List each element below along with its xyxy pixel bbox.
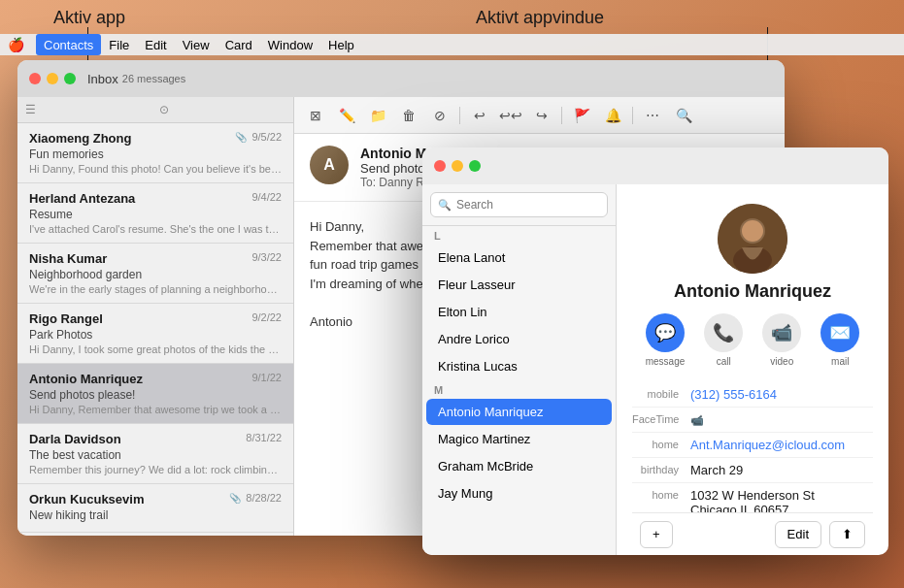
msg-preview-1: I've attached Carol's resume. She's the …: [29, 223, 282, 235]
mobile-value[interactable]: (312) 555-6164: [690, 387, 873, 402]
call-action-label: call: [717, 356, 731, 367]
email-value[interactable]: Ant.Manriquez@icloud.com: [690, 438, 873, 452]
mail-message-1[interactable]: Herland Antezana 9/4/22 Resume I've atta…: [17, 183, 293, 244]
msg-preview-4: Hi Danny, Remember that awesome trip we …: [29, 404, 282, 415]
address-line1: 1032 W Henderson St: [690, 488, 873, 503]
contact-item-elena[interactable]: Elena Lanot: [426, 245, 612, 271]
msg-subject-0: Fun memories: [29, 147, 282, 161]
msg-subject-1: Resume: [29, 208, 282, 221]
contacts-minimize-button[interactable]: [452, 160, 463, 172]
menubar-help[interactable]: Help: [320, 34, 362, 55]
mail-search-bar: ☰ ⊙: [17, 97, 293, 123]
mail-message-2[interactable]: Nisha Kumar 9/3/22 Neighborhood garden W…: [17, 244, 293, 304]
share-contact-button[interactable]: ⬆: [829, 521, 865, 548]
menubar: 🍎 Contacts File Edit View Card Window He…: [0, 34, 904, 55]
toolbar-search-btn[interactable]: 🔍: [670, 103, 697, 128]
contact-detail-panel: Antonio Manriquez 💬 message 📞 call 📹 vid…: [617, 184, 888, 555]
msg-date-0: 📎 9/5/22: [235, 131, 282, 143]
sender-avatar: A: [310, 146, 349, 184]
mail-message-3[interactable]: Rigo Rangel 9/2/22 Park Photos Hi Danny,…: [17, 304, 293, 364]
msg-preview-3: Hi Danny, I took some great photos of th…: [29, 343, 282, 355]
contact-item-fleur[interactable]: Fleur Lasseur: [426, 272, 612, 298]
menubar-file[interactable]: File: [101, 34, 137, 55]
contact-item-antonio[interactable]: Antonio Manriquez: [426, 399, 612, 425]
attachment-icon-6: 📎: [229, 493, 241, 504]
apple-menu[interactable]: 🍎: [8, 37, 24, 52]
menubar-card[interactable]: Card: [218, 34, 260, 55]
section-header-l: L: [422, 226, 616, 244]
toolbar-trash-btn[interactable]: 🗑: [395, 103, 422, 128]
msg-date-6: 📎 8/28/22: [229, 492, 282, 504]
message-icon-circle: 💬: [646, 313, 685, 352]
minimize-button[interactable]: [47, 73, 58, 84]
action-message-btn[interactable]: 💬 message: [646, 313, 686, 367]
contacts-search-area: 🔍: [422, 184, 616, 226]
toolbar-flag-btn[interactable]: 🚩: [568, 103, 595, 128]
msg-subject-2: Neighborhood garden: [29, 268, 282, 281]
toolbar-sep-3: [632, 107, 633, 124]
mail-message-0[interactable]: Xiaomeng Zhong 📎 9/5/22 Fun memories Hi …: [17, 123, 293, 183]
contact-item-jay[interactable]: Jay Mung: [426, 480, 612, 506]
aktiv-app-label: Aktiv app: [53, 8, 125, 28]
msg-sender-4: Antonio Manriquez: [29, 372, 143, 386]
facetime-value[interactable]: 📹: [690, 412, 873, 427]
edit-contact-button[interactable]: Edit: [775, 521, 821, 548]
contact-item-elton[interactable]: Elton Lin: [426, 299, 612, 325]
menubar-view[interactable]: View: [175, 34, 218, 55]
toolbar-archive-btn[interactable]: ⊠: [302, 103, 329, 128]
contact-avatar: [718, 204, 787, 274]
mail-message-4[interactable]: Antonio Manriquez 9/1/22 Send photos ple…: [17, 364, 293, 424]
msg-preview-5: Remember this journey? We did a lot: roc…: [29, 464, 282, 475]
menubar-edit[interactable]: Edit: [137, 34, 174, 55]
toolbar-folder-btn[interactable]: 📁: [364, 103, 391, 128]
birthday-label: birthday: [632, 463, 690, 475]
message-action-label: message: [646, 356, 686, 367]
toolbar-more-btn[interactable]: ⋯: [639, 103, 666, 128]
menubar-contacts[interactable]: Contacts: [36, 34, 101, 55]
toolbar-reply-all-btn[interactable]: ↩↩: [497, 103, 524, 128]
msg-date-2: 9/3/22: [251, 251, 282, 263]
contacts-list-panel: 🔍 L Elena Lanot Fleur Lasseur Elton Lin …: [422, 184, 617, 555]
mail-icon-circle: ✉️: [820, 313, 859, 352]
contact-item-magico[interactable]: Magico Martinez: [426, 426, 612, 452]
contacts-titlebar: [422, 147, 888, 184]
toolbar-reply-btn[interactable]: ↩: [466, 103, 493, 128]
field-birthday: birthday March 29: [632, 458, 873, 483]
menubar-window[interactable]: Window: [260, 34, 320, 55]
action-call-btn[interactable]: 📞 call: [704, 313, 743, 367]
action-video-btn[interactable]: 📹 video: [762, 313, 801, 367]
contact-item-andre[interactable]: Andre Lorico: [426, 326, 612, 352]
msg-preview-2: We're in the early stages of planning a …: [29, 283, 282, 295]
mail-message-6[interactable]: Orkun Kucuksevim 📎 8/28/22 New hiking tr…: [17, 484, 293, 533]
msg-sender-0: Xiaomeng Zhong: [29, 131, 131, 146]
close-button[interactable]: [29, 73, 41, 84]
mail-window-subtitle: 26 messages: [122, 73, 185, 84]
add-contact-button[interactable]: +: [640, 521, 673, 548]
action-mail-btn[interactable]: ✉️ mail: [820, 313, 859, 367]
msg-date-3: 9/2/22: [251, 311, 282, 323]
toolbar-forward-btn[interactable]: ↪: [528, 103, 555, 128]
toolbar-junk-btn[interactable]: ⊘: [426, 103, 453, 128]
address-value: 1032 W Henderson St Chicago IL 60657: [690, 488, 873, 512]
mail-window-title: Inbox: [87, 72, 118, 86]
search-icon: 🔍: [438, 199, 452, 212]
toolbar-sep-2: [561, 107, 562, 124]
field-mobile: mobile (312) 555-6164: [632, 382, 873, 408]
mail-message-list: Xiaomeng Zhong 📎 9/5/22 Fun memories Hi …: [17, 123, 293, 536]
search-input[interactable]: [430, 192, 608, 217]
contact-item-kristina[interactable]: Kristina Lucas: [426, 353, 612, 379]
fullscreen-button[interactable]: [64, 73, 76, 84]
mobile-label: mobile: [632, 387, 690, 400]
call-icon-circle: 📞: [704, 313, 743, 352]
contacts-close-button[interactable]: [434, 160, 446, 172]
mail-message-5[interactable]: Darla Davidson 8/31/22 The best vacation…: [17, 424, 293, 484]
contact-item-graham[interactable]: Graham McBride: [426, 453, 612, 479]
contact-footer-actions: Edit ⬆: [775, 521, 865, 548]
toolbar-notify-btn[interactable]: 🔔: [599, 103, 626, 128]
edit-label: Edit: [787, 527, 809, 541]
contacts-fullscreen-button[interactable]: [469, 160, 481, 172]
contacts-traffic-lights: [434, 160, 481, 172]
toolbar-compose-btn[interactable]: ✏️: [333, 103, 360, 128]
contact-avatar-area: Antonio Manriquez: [632, 204, 873, 302]
contacts-content: 🔍 L Elena Lanot Fleur Lasseur Elton Lin …: [422, 184, 888, 555]
